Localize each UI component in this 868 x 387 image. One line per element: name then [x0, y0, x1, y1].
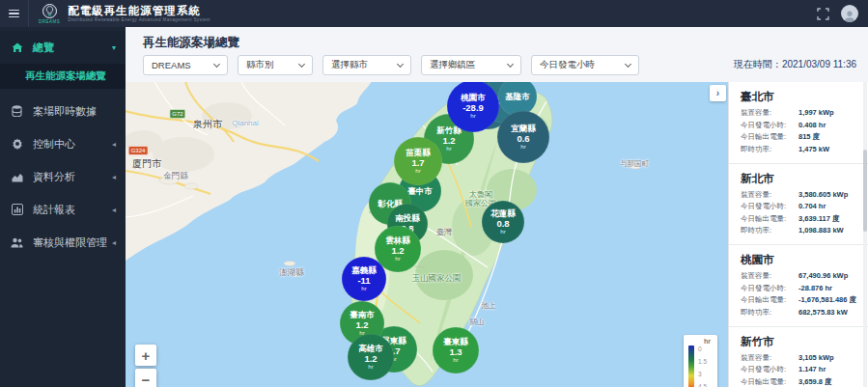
legend-gradient-bar — [688, 346, 694, 387]
chevron-down-icon — [625, 60, 631, 67]
bubble-unit: hr — [500, 229, 505, 235]
stat-row-realtime-power: 即時功率: 1,475 kW — [741, 145, 854, 154]
panel-scrollbar-thumb[interactable] — [863, 150, 867, 232]
filter-bar: DREAMS 縣市別 選擇縣市 選擇鄉鎮區 今日發電小時 — [143, 55, 639, 75]
bubble-value: 0.8 — [496, 218, 509, 229]
county-bubble[interactable]: 花蓮縣 0.8 hr — [482, 201, 524, 243]
road-number-badge: G324 — [128, 146, 149, 155]
city-stats-card[interactable]: 桃園市 裝置容量: 67,490.96 kWp 今日發電小時: -28.876 … — [729, 245, 868, 327]
bubble-county-name: 雲林縣 — [385, 235, 410, 245]
sidebar-item-label: 資料分析 — [33, 170, 112, 184]
county-bubble[interactable]: 臺東縣 1.3 hr — [433, 327, 479, 373]
app-subtitle: Distributed Renewable Energy Advanced Ma… — [68, 17, 210, 22]
stat-row-capacity: 裝置容量: 3,105 kWp — [741, 353, 854, 363]
bubble-county-name: 臺東縣 — [443, 337, 468, 346]
bubble-county-name: 臺南市 — [350, 310, 375, 319]
lightbulb-logo-icon — [42, 4, 57, 18]
city-stats-card[interactable]: 臺北市 裝置容量: 1,997 kWp 今日發電小時: 0.408 hr 今日輸… — [729, 82, 868, 164]
menu-toggle-icon[interactable] — [0, 0, 29, 27]
filter-dropdown[interactable]: 選擇鄉鎮區 — [421, 55, 521, 75]
bubble-value: 1.2 — [355, 319, 368, 330]
area-chart-icon — [10, 172, 24, 182]
bubble-unit: hr — [361, 286, 366, 292]
page-title: 再生能源案場總覽 — [143, 35, 239, 51]
panel-collapse-button[interactable]: › — [710, 85, 726, 101]
bubble-county-name: 臺中市 — [407, 186, 433, 196]
bubble-value: 1.3 — [449, 346, 462, 357]
chevron-down-icon — [298, 60, 305, 67]
map-zoom-in-button[interactable]: + — [135, 345, 156, 366]
bubble-county-name: 基隆市 — [505, 92, 530, 101]
filter-dropdown[interactable]: 今日發電小時 — [531, 55, 639, 75]
panel-scrollbar[interactable] — [863, 82, 867, 387]
bubble-county-name: 嘉義縣 — [351, 265, 377, 275]
user-avatar[interactable] — [841, 5, 858, 22]
sidebar-nav: 總覽 ▾ 再生能源案場總覽 案場即時數據 控制中心 ◂ 資料分析 ◂ 統計報表 … — [0, 27, 126, 387]
map-zoom-out-button[interactable]: − — [135, 369, 156, 387]
sidebar-item-statistics-report[interactable]: 統計報表 ◂ — [0, 193, 126, 226]
legend-title: hr — [688, 338, 714, 345]
bubble-unit: hr — [415, 168, 420, 175]
current-time-label: 現在時間：2021/03/09 11:36 — [734, 58, 856, 71]
stat-row-capacity: 裝置容量: 67,490.96 kWp — [741, 271, 854, 281]
filter-dropdown[interactable]: DREAMS — [143, 55, 228, 75]
filter-dropdown[interactable]: 縣市別 — [238, 55, 313, 75]
bubble-county-name: 桃園市 — [461, 93, 486, 102]
logo-text: DREAMS — [39, 19, 60, 24]
bubble-county-name: 南投縣 — [395, 213, 420, 223]
sidebar-item-realtime-data[interactable]: 案場即時數據 — [0, 95, 126, 127]
bar-chart-icon — [10, 204, 24, 215]
sidebar-subitem-label: 再生能源案場總覽 — [25, 69, 106, 83]
main-content: 再生能源案場總覽 DREAMS 縣市別 選擇縣市 選擇鄉鎮區 — [126, 27, 868, 387]
users-icon — [10, 237, 24, 248]
city-name: 臺北市 — [741, 90, 854, 104]
chevron-down-icon — [213, 60, 220, 67]
sidebar-item-overview[interactable]: 總覽 ▾ — [0, 31, 126, 64]
sidebar-item-label: 審核與權限管理 — [33, 235, 112, 250]
stat-row-capacity: 裝置容量: 1,997 kWp — [741, 108, 854, 118]
county-bubble[interactable]: 嘉義縣 -11 hr — [342, 257, 386, 301]
road-number-badge: G72 — [169, 109, 185, 119]
taiwan-map[interactable]: 新北市 臺北市 基隆市 — [126, 82, 728, 387]
bubble-value: -28.9 — [462, 102, 484, 113]
sidebar-item-control-center[interactable]: 控制中心 ◂ — [0, 127, 126, 160]
stat-row-gen-hours: 今日發電小時: -28.876 hr — [741, 284, 854, 293]
gear-icon — [10, 138, 24, 150]
stat-row-output-energy: 今日輸出電量: 3,659.8 度 — [741, 377, 854, 387]
stat-row-realtime-power: 即時功率: 1,098.883 kW — [741, 226, 854, 235]
city-name: 桃園市 — [741, 253, 854, 267]
chevron-down-icon: ▾ — [112, 43, 116, 52]
county-bubble[interactable]: 桃園市 -28.9 hr — [447, 82, 499, 132]
bubble-county-name: 苗栗縣 — [406, 148, 431, 157]
filter-dropdown[interactable]: 選擇縣市 — [322, 55, 411, 75]
stat-row-realtime-power: 即時功率: 682,575.83 kW — [741, 308, 854, 318]
city-stats-card[interactable]: 新北市 裝置容量: 3,580.605 kWp 今日發電小時: 0.704 hr… — [729, 164, 868, 246]
city-card-list: 臺北市 裝置容量: 1,997 kWp 今日發電小時: 0.408 hr 今日輸… — [729, 82, 868, 387]
county-bubble[interactable]: 高雄市 1.2 hr — [348, 334, 394, 380]
chevron-left-icon: ◂ — [112, 206, 116, 214]
bubble-county-name: 宜蘭縣 — [511, 124, 536, 133]
city-stats-card[interactable]: 新竹市 裝置容量: 3,105 kWp 今日發電小時: 1.147 hr 今日輸… — [729, 327, 868, 387]
stat-row-gen-hours: 今日發電小時: 1.147 hr — [741, 365, 854, 374]
sidebar-item-audit-permissions[interactable]: 審核與權限管理 ◂ — [0, 226, 126, 259]
county-bubble[interactable]: 宜蘭縣 0.6 hr — [497, 111, 549, 163]
fullscreen-icon[interactable] — [817, 8, 829, 20]
sidebar-item-label: 總覽 — [33, 41, 112, 55]
bubble-unit: hr — [395, 256, 400, 263]
bubble-value: 1.2 — [391, 245, 404, 256]
bubble-unit: hr — [446, 146, 451, 152]
filter-dropdown-value: DREAMS — [152, 60, 191, 70]
city-stats-panel: 臺北市 裝置容量: 1,997 kWp 今日發電小時: 0.408 hr 今日輸… — [728, 82, 868, 387]
filter-dropdown-value: 選擇縣市 — [331, 59, 368, 71]
county-bubble[interactable]: 苗栗縣 1.7 hr — [394, 137, 442, 185]
chevron-down-icon — [507, 60, 514, 67]
sidebar-item-renewable-overview[interactable]: 再生能源案場總覽 — [0, 64, 126, 89]
home-icon — [10, 42, 24, 53]
bubble-value: 1.2 — [442, 135, 455, 146]
stat-row-gen-hours: 今日發電小時: 0.408 hr — [741, 121, 854, 130]
city-name: 新北市 — [741, 172, 854, 186]
sidebar-item-data-analysis[interactable]: 資料分析 ◂ — [0, 160, 126, 193]
stat-row-output-energy: 今日輸出電量: 815 度 — [741, 132, 854, 142]
bubble-value: 1.7 — [411, 157, 424, 168]
bubble-unit: hr — [520, 144, 525, 151]
